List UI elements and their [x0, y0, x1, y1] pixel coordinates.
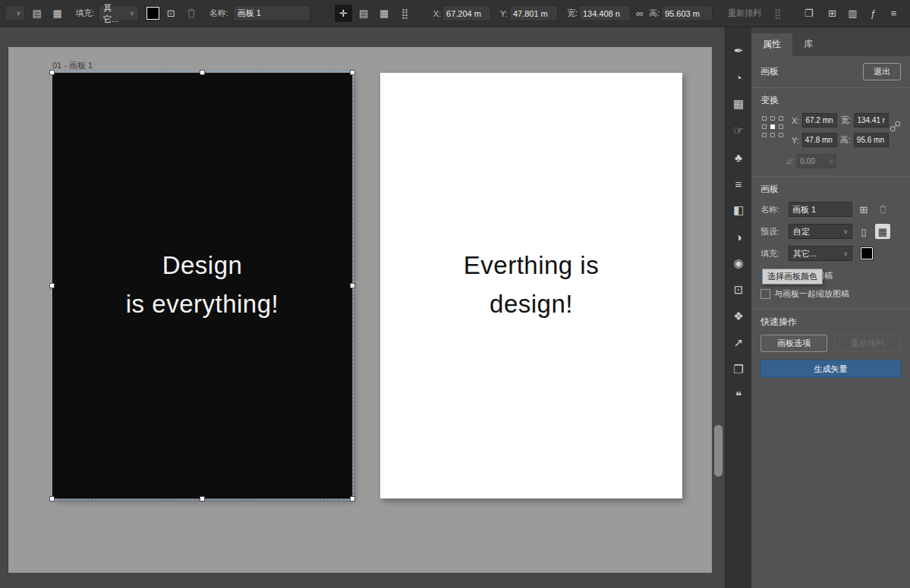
move-artwork-icon[interactable]: ▤	[355, 5, 373, 22]
panel-dock: ✒ ◔ ▦ ☞ ♣ ≡ ◧ ◑ ◉ ⊡ ❖ ↗ ❐ ❝	[725, 27, 751, 588]
artboard-section: 画板 名称: ⊞ 预设: 自定 ∨ ▯ ▦ 填充:	[751, 176, 910, 309]
chevron-down-icon: ∨	[16, 10, 20, 17]
export-panel-icon[interactable]: ↗	[728, 335, 749, 351]
selection-handle[interactable]	[350, 283, 355, 288]
x-input[interactable]: 67.2 mn	[802, 113, 837, 127]
artboard-cursor-icon[interactable]: ✛	[335, 5, 352, 22]
artboard-name-input[interactable]	[789, 202, 852, 217]
app-grid-icon[interactable]: ⊞	[823, 5, 841, 22]
selection-handle[interactable]	[49, 496, 55, 502]
ref-point-active[interactable]	[770, 124, 775, 129]
artboard-2[interactable]: Everthing is design!	[380, 73, 682, 498]
scrollbar-thumb[interactable]	[714, 425, 723, 476]
new-artboard-icon[interactable]: ⊞	[856, 202, 871, 217]
scale-artwork-checkbox[interactable]	[760, 289, 770, 299]
rearrange-button: 重新排列	[834, 335, 901, 352]
y-input[interactable]: 47.801 m	[509, 5, 558, 21]
y-input[interactable]: 47.8 mn	[802, 133, 837, 147]
angle-row: ⊿: 0.00 ∨	[760, 154, 901, 168]
ref-point[interactable]	[779, 133, 783, 137]
transform-section: 变换 X: 67.2 mn 宽: 134.41 r Y:	[751, 87, 910, 176]
ref-point[interactable]	[770, 133, 775, 137]
symbols-panel-icon[interactable]: ❖	[728, 308, 749, 325]
panel-header: 画板 退出	[751, 56, 910, 87]
artboard-2-text-line2[interactable]: design!	[380, 285, 682, 323]
height-input[interactable]: 95.603 m	[661, 5, 713, 21]
grid-dots-icon[interactable]: ⣿	[396, 5, 414, 22]
artboard-fill-swatch[interactable]	[861, 247, 873, 259]
contrast-panel-icon[interactable]: ◑	[728, 228, 749, 245]
artboard-2-text[interactable]: Everthing is design!	[380, 246, 682, 323]
crop-panel-icon[interactable]: ⊡	[728, 281, 749, 298]
chevron-down-icon: ∨	[130, 10, 134, 17]
x-input[interactable]: 67.204 m	[442, 5, 491, 21]
height-input[interactable]: 95.6 mn	[854, 133, 889, 147]
tab-properties[interactable]: 属性	[751, 33, 792, 56]
artboard-1-text[interactable]: Design is everything!	[52, 246, 352, 323]
width-label: 宽:	[567, 8, 578, 19]
ref-point[interactable]	[770, 116, 775, 121]
artboard-1-text-line1[interactable]: Design	[52, 246, 352, 285]
comment-panel-icon[interactable]: ❝	[728, 388, 749, 404]
ref-point[interactable]	[762, 116, 767, 121]
ref-point[interactable]	[779, 116, 783, 121]
width-label: 宽:	[840, 115, 851, 126]
selection-handle[interactable]	[200, 496, 205, 502]
shape-panel-icon[interactable]: ◔	[728, 69, 749, 86]
ref-point[interactable]	[779, 124, 783, 129]
artboard-2-text-line1[interactable]: Everthing is	[380, 246, 682, 285]
page-thumb-alt-icon[interactable]: ▦	[49, 5, 66, 22]
preset-label: 预设:	[760, 226, 785, 237]
selection-handle[interactable]	[350, 70, 355, 75]
fill-select[interactable]: 其它... ∨	[99, 5, 138, 21]
preset-select[interactable]: 自定 ∨	[789, 224, 852, 239]
page-thumb-icon[interactable]: ▤	[28, 5, 46, 22]
orientation-portrait-icon[interactable]: ▯	[856, 224, 871, 239]
pen-panel-icon[interactable]: ✒	[728, 42, 749, 59]
name-label: 名称:	[760, 204, 785, 215]
lines-panel-icon[interactable]: ≡	[728, 175, 749, 192]
orientation-landscape-icon[interactable]: ▦	[875, 224, 890, 239]
link-dimensions-icon[interactable]: ∞	[634, 5, 646, 22]
canvas[interactable]: 01 - 画板 1 Design is everything! Everthin…	[8, 47, 712, 573]
selection-handle[interactable]	[350, 496, 355, 502]
gradient-panel-icon[interactable]: ◧	[728, 202, 749, 219]
copy-panel-icon[interactable]: ❐	[728, 361, 749, 378]
swap-fill-icon[interactable]: ⊡	[162, 5, 180, 22]
artboard-1[interactable]: Design is everything!	[52, 73, 352, 498]
artboard-1-text-line2[interactable]: is everything!	[52, 285, 352, 323]
ref-point[interactable]	[762, 124, 767, 129]
exit-button[interactable]: 退出	[863, 63, 901, 80]
workspace-panels-icon[interactable]: ▥	[844, 5, 861, 22]
ref-point[interactable]	[762, 133, 767, 137]
tab-libraries[interactable]: 库	[792, 33, 824, 56]
artboard-presets-icon[interactable]: ▦	[376, 5, 393, 22]
x-label: X:	[792, 116, 799, 125]
width-input[interactable]: 134.408 n	[579, 5, 631, 21]
vertical-scrollbar[interactable]	[712, 47, 725, 573]
selection-handle[interactable]	[49, 70, 55, 75]
view-select[interactable]: ∨	[5, 5, 25, 21]
fill-color-swatch[interactable]	[146, 7, 159, 20]
reference-point-selector[interactable]	[762, 116, 784, 138]
angle-label: ⊿:	[785, 156, 794, 166]
trash-icon	[183, 5, 200, 22]
generate-vector-button[interactable]: 生成矢量	[760, 360, 901, 378]
width-input[interactable]: 134.41 r	[854, 113, 889, 127]
chevron-down-icon: ∨	[843, 228, 848, 235]
artboard-label[interactable]: 01 - 画板 1	[52, 60, 93, 71]
link-dimensions-icon[interactable]	[890, 121, 901, 132]
pointer-panel-icon[interactable]: ☞	[728, 122, 749, 139]
panel-title: 画板	[760, 65, 779, 78]
artboard-options-button[interactable]: 画板选项	[760, 335, 827, 352]
fx-sync-icon[interactable]: ƒ	[864, 5, 882, 22]
target-panel-icon[interactable]: ◉	[728, 255, 749, 272]
grid-panel-icon[interactable]: ▦	[728, 96, 749, 112]
selection-handle[interactable]	[200, 70, 205, 75]
artboard-name-input[interactable]	[233, 5, 310, 21]
menu-icon[interactable]: ≡	[885, 5, 902, 22]
fill-select[interactable]: 其它... ∨	[789, 246, 852, 261]
document-setup-icon[interactable]: ❐	[800, 5, 817, 22]
selection-handle[interactable]	[49, 283, 55, 288]
clubs-panel-icon[interactable]: ♣	[728, 149, 749, 165]
